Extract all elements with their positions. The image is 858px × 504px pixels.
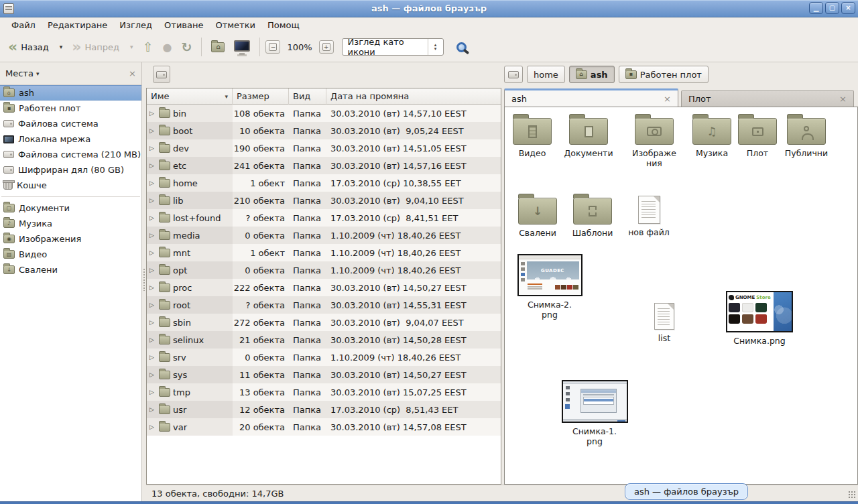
expander-icon[interactable]: ▷ <box>149 424 156 430</box>
sidebar-close-icon[interactable]: × <box>129 68 136 78</box>
icon-item-snimka-1[interactable]: Снимка-1.png <box>558 380 631 446</box>
column-header-type[interactable]: Вид <box>289 88 326 105</box>
table-row-dev[interactable]: ▷dev 190 обекта Папка 30.03.2010 (вт) 14… <box>147 139 501 157</box>
expander-icon[interactable]: ▷ <box>149 162 156 169</box>
sidebar-item-network[interactable]: Локална мрежа <box>0 131 141 147</box>
expander-icon[interactable]: ▷ <box>149 249 156 256</box>
expander-icon[interactable]: ▷ <box>149 180 156 186</box>
tab-ash[interactable]: ash × <box>504 88 678 107</box>
expander-icon[interactable]: ▷ <box>149 406 156 413</box>
icon-item-downloads[interactable]: ↓ Свалени <box>508 192 567 238</box>
computer-button[interactable] <box>230 36 254 58</box>
home-button[interactable]: ⌂ <box>207 36 229 58</box>
table-row-opt[interactable]: ▷opt 0 обекта Папка 1.10.2009 (чт) 18,40… <box>147 261 501 279</box>
up-button[interactable]: ⇧ <box>139 36 158 58</box>
sidebar-item-filesystem[interactable]: Файлова система <box>0 116 141 131</box>
table-row-usr[interactable]: ▷usr 12 обекта Папка 17.03.2010 (ср) 8,5… <box>147 401 501 418</box>
expander-icon[interactable]: ▷ <box>149 127 156 134</box>
resize-grip-icon[interactable] <box>848 491 857 499</box>
expander-icon[interactable]: ▷ <box>149 232 156 239</box>
icon-item-snimka[interactable]: GNOME Store Снимка.png <box>723 291 796 346</box>
sidebar-item-documents[interactable]: ▢ Документи <box>0 200 141 216</box>
icon-item-snimka-2[interactable]: GUADEC Снимка-2.png <box>513 254 587 320</box>
column-header-name[interactable]: Име ▾ <box>147 88 233 105</box>
table-row-mnt[interactable]: ▷mnt 1 обект Папка 1.10.2009 (чт) 18,40,… <box>147 244 501 261</box>
back-dropdown[interactable]: ▾ <box>54 36 67 58</box>
tab-close-icon[interactable]: × <box>839 94 847 104</box>
icon-item-templates[interactable]: Шаблони <box>563 192 622 238</box>
sidebar-item-trash[interactable]: Кошче <box>0 178 141 193</box>
expander-icon[interactable]: ▷ <box>149 371 156 378</box>
forward-button[interactable]: » Напред <box>68 36 123 58</box>
expander-icon[interactable]: ▷ <box>149 145 156 151</box>
icon-item-list[interactable]: list <box>635 300 694 343</box>
tree-root-button[interactable] <box>153 66 170 83</box>
menu-go[interactable]: Отиване <box>158 18 209 32</box>
table-row-home[interactable]: ▷home 1 обект Папка 17.03.2010 (ср) 10,3… <box>147 174 501 192</box>
icon-item-pictures[interactable]: Изображения <box>625 113 684 168</box>
menu-edit[interactable]: Редактиране <box>42 18 113 32</box>
tab-close-icon[interactable]: × <box>664 94 671 104</box>
table-row-lib[interactable]: ▷lib 210 обекта Папка 30.03.2010 (вт) 9,… <box>147 192 501 209</box>
expander-icon[interactable]: ▷ <box>149 319 156 326</box>
sidebar-item-video[interactable]: ▤ Видео <box>0 247 141 262</box>
menu-view[interactable]: Изглед <box>113 18 158 32</box>
table-row-sys[interactable]: ▷sys 11 обекта Папка 30.03.2010 (вт) 14,… <box>147 366 501 383</box>
sidebar-item-music[interactable]: ♪ Музика <box>0 216 141 231</box>
icon-item-new-file[interactable]: нов файл <box>619 193 678 237</box>
menu-help[interactable]: Помощ <box>261 18 306 32</box>
sidebar-item-desktop[interactable]: ▪ Работен плот <box>0 101 141 116</box>
expander-icon[interactable]: ▷ <box>149 214 156 221</box>
table-row-var[interactable]: ▷var 20 обекта Папка 30.03.2010 (вт) 14,… <box>147 418 501 436</box>
expander-icon[interactable]: ▷ <box>149 302 156 308</box>
zoom-out-button[interactable]: − <box>265 40 280 54</box>
breadcrumb-home-button[interactable]: home <box>527 66 565 83</box>
minimize-button[interactable]: ▁ <box>809 2 823 14</box>
breadcrumb-desktop-button[interactable]: ▪ Работен плот <box>619 66 709 83</box>
sidebar-item-encrypted-80gb[interactable]: Шифриран дял (80 GB) <box>0 162 141 178</box>
chevron-down-icon[interactable]: ▾ <box>36 70 40 77</box>
icon-item-video[interactable]: Видео <box>503 113 562 158</box>
zoom-in-button[interactable]: + <box>319 40 334 54</box>
menu-file[interactable]: Файл <box>5 18 42 32</box>
expander-icon[interactable]: ▷ <box>149 336 156 343</box>
icon-item-public[interactable]: Публични <box>777 113 836 158</box>
table-row-lost-found[interactable]: ▷lost+found ? обекта Папка 17.03.2010 (с… <box>147 209 501 227</box>
table-row-etc[interactable]: ▷etc 241 обекта Папка 30.03.2010 (вт) 14… <box>147 157 501 174</box>
splitter-handle[interactable] <box>143 268 145 291</box>
expander-icon[interactable]: ▷ <box>149 197 156 204</box>
view-mode-select[interactable]: Изглед като икони ▴▾ <box>342 38 444 56</box>
expander-icon[interactable]: ▷ <box>149 284 156 291</box>
expander-icon[interactable]: ▷ <box>149 389 156 395</box>
table-row-proc[interactable]: ▷proc 222 обекта Папка 30.03.2010 (вт) 1… <box>147 279 501 296</box>
sidebar-item-home[interactable]: ⌂ ash <box>0 85 141 101</box>
expander-icon[interactable]: ▷ <box>149 110 156 117</box>
column-header-size[interactable]: Размер <box>233 88 289 105</box>
maximize-button[interactable]: ▢ <box>825 2 839 14</box>
table-row-tmp[interactable]: ▷tmp 13 обекта Папка 30.03.2010 (вт) 15,… <box>147 383 501 401</box>
search-button[interactable] <box>452 37 472 57</box>
table-row-boot[interactable]: ▷boot 10 обекта Папка 30.03.2010 (вт) 9,… <box>147 122 501 139</box>
table-row-bin[interactable]: ▷bin 108 обекта Папка 30.03.2010 (вт) 14… <box>147 105 501 122</box>
column-header-date[interactable]: Дата на промяна <box>326 88 501 105</box>
expander-icon[interactable]: ▷ <box>149 354 156 361</box>
expander-icon[interactable]: ▷ <box>149 267 156 273</box>
menu-bookmarks[interactable]: Отметки <box>209 18 261 32</box>
table-row-selinux[interactable]: ▷selinux 21 обекта Папка 30.03.2010 (вт)… <box>147 331 501 349</box>
tab-plot[interactable]: Плот × <box>681 90 854 107</box>
breadcrumb-root-button[interactable] <box>504 66 523 83</box>
back-button[interactable]: « Назад <box>4 36 53 58</box>
sidebar-item-filesystem-210mb[interactable]: Файлова система (210 MB) <box>0 147 141 162</box>
icon-item-documents[interactable]: Документи <box>559 113 618 158</box>
forward-dropdown[interactable]: ▾ <box>125 36 137 58</box>
reload-button[interactable]: ↻ <box>177 36 196 58</box>
breadcrumb-ash-button[interactable]: ⌂ ash <box>569 66 615 83</box>
sidebar-title[interactable]: Места <box>5 68 34 78</box>
spinner-icon[interactable]: ▴▾ <box>428 43 443 51</box>
table-row-sbin[interactable]: ▷sbin 272 обекта Папка 30.03.2010 (вт) 9… <box>147 314 501 331</box>
table-row-root[interactable]: ▷root ? обекта Папка 30.03.2010 (вт) 14,… <box>147 296 501 314</box>
icon-view[interactable]: Видео Документи Изображения ♫ Музика Пло… <box>504 107 858 485</box>
stop-button[interactable]: ● <box>159 36 176 58</box>
table-row-media[interactable]: ▷media 0 обекта Папка 1.10.2009 (чт) 18,… <box>147 227 501 244</box>
sidebar-item-pictures[interactable]: ◉ Изображения <box>0 231 141 247</box>
